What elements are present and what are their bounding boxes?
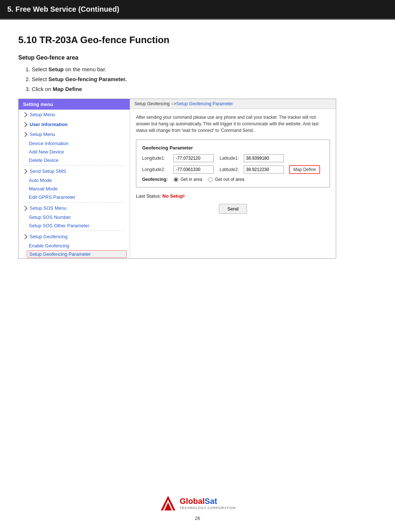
logo-area: GlobalSat TECHNOLOGY CORPORATION (159, 494, 236, 512)
last-status: Last Status: No Setup! (136, 193, 330, 199)
geo-row-1: Longitude1: Latitude1: (142, 154, 324, 162)
sidebar-label: Add New Device (29, 149, 64, 155)
right-header: Setup Geofencing ‑‑>Setup Geofencing Par… (130, 99, 336, 109)
longitude2-input[interactable] (174, 166, 214, 174)
radio-get-in: Get in area (174, 177, 202, 182)
logo-brand: GlobalSat (180, 497, 236, 506)
map-define-button[interactable]: Map Define (289, 165, 320, 174)
geo-row-2: Longitude2: Latitude2: Map Define (142, 165, 324, 174)
step-3: Click on Map Define (26, 86, 377, 92)
step-2: Select Setup Geo-fencing Parameter. (26, 76, 377, 82)
arrow-icon (22, 205, 27, 210)
latitude1-input[interactable] (244, 154, 284, 162)
sidebar-divider (23, 165, 125, 166)
sidebar-label: Setup SOS Number (29, 214, 71, 220)
step-3-bold: Map Define (53, 86, 82, 92)
arrow-icon (22, 122, 27, 127)
instructions-list: Select Setup on the menu bar. Select Set… (18, 66, 377, 92)
send-btn-wrap: Send (136, 204, 330, 214)
sidebar-item-auto-mode[interactable]: Auto Mode (19, 176, 130, 185)
radio-get-out: Get out of area (208, 177, 244, 182)
page-number: 26 (195, 516, 200, 521)
last-status-value: No Setup! (162, 193, 185, 199)
sidebar-label: Setup Geofencing Parameter (29, 251, 91, 257)
step-1-bold: Setup (49, 66, 64, 72)
sidebar-item-enable-geofencing[interactable]: Enable Geofencing (19, 242, 130, 250)
logo-text: GlobalSat TECHNOLOGY CORPORATION (180, 497, 236, 510)
sidebar-label: Setup Geofencing (30, 234, 68, 239)
geo-param-box: Geofencing Parameter Longitude1: Latitud… (136, 140, 330, 187)
sidebar-item-device-info[interactable]: Device Information (19, 139, 130, 148)
sidebar-item-sos-other[interactable]: Setup SOS Other Parameter (19, 221, 130, 230)
sidebar-item-edit-gprs[interactable]: Edit GPRS Parameter (19, 193, 130, 201)
sidebar-label: Edit GPRS Parameter (29, 194, 75, 200)
main-content: 5.10 TR-203A Geo-fence Function Setup Ge… (0, 20, 395, 281)
sidebar-item-manual-mode[interactable]: Manual Mode (19, 185, 130, 193)
screenshot-box: Setting menu Setup Menu User Information… (18, 99, 336, 259)
right-body: After sending your command please use an… (130, 109, 336, 219)
arrow-icon (22, 132, 27, 137)
logo-global: Global (180, 497, 205, 506)
get-in-area-label: Get in area (181, 177, 202, 182)
sidebar-divider (23, 202, 125, 202)
step-2-bold: Setup Geo-fencing Parameter. (49, 76, 127, 82)
logo-sub: TECHNOLOGY CORPORATION (180, 506, 236, 510)
arrow-icon (22, 234, 27, 239)
send-button[interactable]: Send (219, 204, 247, 214)
longitude2-label: Longitude2: (142, 167, 171, 172)
sidebar-divider (23, 231, 125, 231)
sidebar-item-setup-menu-1[interactable]: Setup Menu (19, 110, 130, 119)
breadcrumb: Setup Geofencing ‑‑>Setup Geofencing Par… (134, 101, 233, 106)
sidebar: Setting menu Setup Menu User Information… (19, 99, 130, 258)
sidebar-item-sos-number[interactable]: Setup SOS Number (19, 213, 130, 221)
latitude1-label: Latitude1: (220, 156, 242, 161)
sidebar-item-geofencing[interactable]: Setup Geofencing (19, 232, 130, 242)
logo-sat: Sat (205, 497, 217, 506)
breadcrumb-link[interactable]: Setup Geofencing Parameter (176, 101, 233, 106)
logo-icon (159, 494, 177, 512)
sidebar-item-setup-menu-2[interactable]: Setup Menu (19, 129, 130, 139)
sidebar-label: Setup SOS Other Parameter (29, 223, 89, 228)
header-title: 5. Free Web Service (Continued) (7, 5, 119, 13)
sidebar-item-setup-geo-param[interactable]: Setup Geofencing Parameter (27, 250, 127, 258)
footer: GlobalSat TECHNOLOGY CORPORATION 26 (0, 494, 395, 521)
radio-get-out-input[interactable] (208, 177, 213, 182)
right-content: Setup Geofencing ‑‑>Setup Geofencing Par… (130, 99, 336, 258)
sidebar-label: Enable Geofencing (29, 243, 69, 248)
sidebar-label: Setup Menu (30, 112, 55, 117)
sidebar-item-user-info[interactable]: User Information (19, 119, 130, 129)
sidebar-item-add-device[interactable]: Add New Device (19, 148, 130, 156)
arrow-icon (22, 112, 27, 117)
radio-get-in-input[interactable] (174, 177, 178, 182)
get-out-area-label: Get out of area (215, 177, 244, 182)
sidebar-label: Delete Device (29, 157, 58, 163)
sidebar-header: Setting menu (19, 99, 130, 110)
sidebar-item-sos-menu[interactable]: Setup SOS Menu (19, 203, 130, 213)
last-status-label: Last Status: (136, 193, 161, 199)
sidebar-label: Device Information (29, 141, 68, 146)
latitude2-input[interactable] (244, 166, 284, 174)
sidebar-label: Send Setup SMS (30, 168, 66, 174)
step-1: Select Setup on the menu bar. (26, 66, 377, 72)
geo-fence-row: Geofencing: Get in area Get out of area (142, 177, 324, 182)
arrow-icon (22, 168, 27, 174)
info-text: After sending your command please use an… (136, 114, 330, 134)
sidebar-label: Setup Menu (30, 132, 55, 137)
geo-param-title: Geofencing Parameter (142, 145, 324, 151)
longitude1-label: Longitude1: (142, 156, 171, 161)
sidebar-section: Setup Menu User Information Setup Menu D… (19, 110, 130, 258)
latitude2-label: Latitude2: (220, 167, 242, 172)
geofencing-label: Geofencing: (142, 177, 168, 182)
section-title: 5.10 TR-203A Geo-fence Function (18, 34, 377, 46)
sidebar-label: Auto Mode (29, 178, 52, 183)
subsection-title: Setup Geo-fence area (18, 54, 377, 61)
page-header: 5. Free Web Service (Continued) (0, 0, 395, 20)
sidebar-label: User Information (30, 122, 68, 127)
sidebar-item-send-sms[interactable]: Send Setup SMS (19, 166, 130, 176)
longitude1-input[interactable] (174, 154, 214, 162)
sidebar-item-delete-device[interactable]: Delete Device (19, 156, 130, 164)
sidebar-label: Manual Mode (29, 186, 58, 191)
sidebar-label: Setup SOS Menu (30, 205, 67, 211)
